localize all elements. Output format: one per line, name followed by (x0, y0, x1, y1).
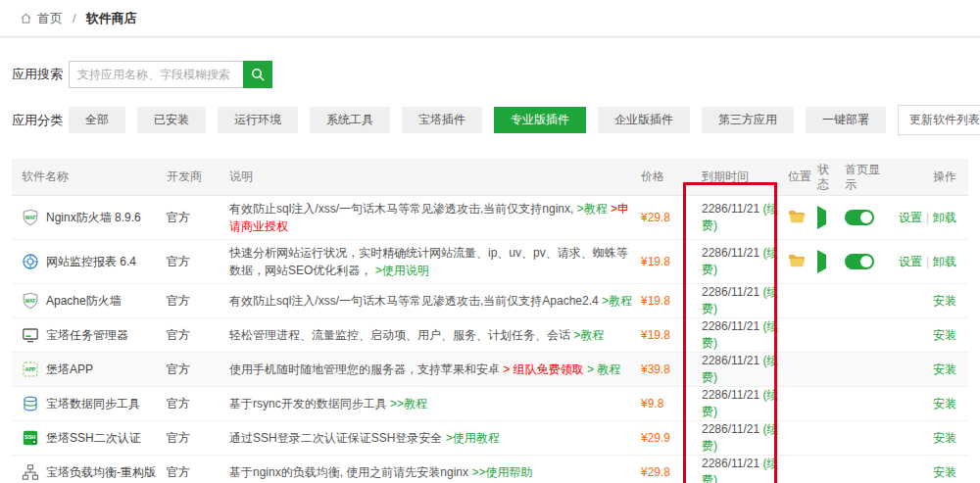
site-monitor-icon (22, 253, 39, 270)
app-category-row: 应用分类 全部已安装运行环境系统工具宝塔插件专业版插件企业版插件第三方应用一键部… (12, 105, 968, 135)
description-link[interactable]: >教程 (577, 202, 611, 216)
description: 有效防止sql注入/xss/一句话木马等常见渗透攻击,当前仅支持nginx, >… (229, 196, 641, 239)
expiry-date: 2286/11/21 (702, 285, 763, 299)
table-row: 网站监控报表 6.4官方快速分析网站运行状况，实时精确统计网站流量、ip、uv、… (12, 240, 968, 284)
table-row: WAFApache防火墙官方有效防止sql注入/xss/一句话木马等常见渗透攻击… (12, 284, 968, 318)
waf-shield-icon: WAF (22, 292, 39, 310)
app-search-row: 应用搜索 (12, 61, 968, 88)
description-link[interactable]: >>教程 (390, 397, 427, 411)
category-tab[interactable]: 已安装 (137, 107, 206, 133)
description-text: 基于nginx的负载均衡, 使用之前请先安装nginx (229, 465, 471, 479)
waf-shield-icon: WAF (22, 209, 39, 226)
action-link[interactable]: 设置 (899, 255, 922, 268)
description-link[interactable]: >>使用帮助 (471, 465, 532, 479)
developer: 官方 (167, 362, 229, 378)
action-link[interactable]: 卸载 (933, 211, 956, 224)
developer: 官方 (167, 396, 229, 412)
description-link[interactable]: >使用说明 (375, 264, 429, 277)
breadcrumb-separator: / (73, 11, 76, 25)
svg-text:SSH: SSH (24, 434, 35, 440)
running-status-icon[interactable] (817, 250, 826, 273)
description: 基于nginx的负载均衡, 使用之前请先安装nginx >>使用帮助 (229, 459, 641, 483)
description-text: 有效防止sql注入/xss/一句话木马等常见渗透攻击,当前仅支持Apache2.… (229, 294, 602, 308)
search-icon (251, 68, 265, 81)
software-name: 网站监控报表 6.4 (46, 254, 136, 270)
description: 基于rsync开发的数据同步工具 >>教程 (229, 391, 641, 416)
software-table: 软件名称 开发商 说明 价格 到期时间 位置 状态 首页显示 操作 WAFNgi… (12, 159, 968, 483)
action-link[interactable]: 安装 (933, 362, 956, 376)
action-link[interactable]: 设置 (899, 211, 922, 224)
action-link[interactable]: 安装 (933, 465, 956, 479)
software-name: 宝塔数据同步工具 (46, 396, 140, 412)
running-status-icon[interactable] (817, 206, 826, 229)
description-link[interactable]: >使用教程 (446, 431, 500, 445)
load-balance-icon (22, 463, 39, 481)
action-link[interactable]: 安装 (933, 397, 956, 411)
category-tab[interactable]: 一键部署 (806, 107, 886, 133)
search-button[interactable] (243, 61, 272, 88)
description-link[interactable]: >教程 (573, 328, 604, 342)
expiry-date: 2286/11/21 (702, 319, 763, 333)
description-link[interactable]: >教程 (602, 294, 632, 308)
expiry-date: 2286/11/21 (702, 202, 763, 216)
category-tab[interactable]: 系统工具 (310, 107, 390, 133)
description: 使用手机随时随地管理您的服务器，支持苹果和安卓 > 组队免费领取 > 教程 (229, 357, 641, 382)
category-tab[interactable]: 第三方应用 (702, 107, 794, 133)
expiry-date: 2286/11/21 (702, 422, 763, 436)
description-text: 轻松管理进程、流量监控、启动项、用户、服务、计划任务、会话 (229, 328, 573, 342)
breadcrumb-home-link[interactable]: 首页 (37, 10, 63, 27)
home-display-toggle[interactable] (845, 210, 874, 225)
category-tab[interactable]: 宝塔插件 (402, 107, 482, 133)
table-row: APP堡塔APP官方使用手机随时随地管理您的服务器，支持苹果和安卓 > 组队免费… (12, 353, 968, 387)
header-desc: 说明 (229, 169, 641, 184)
software-name: Nginx防火墙 8.9.6 (46, 210, 141, 226)
price: ¥29.9 (641, 431, 688, 445)
description-link[interactable]: > 教程 (584, 362, 621, 376)
task-manager-icon (22, 326, 39, 344)
description-text: 有效防止sql注入/xss/一句话木马等常见渗透攻击,当前仅支持nginx, (229, 202, 577, 216)
table-header-row: 软件名称 开发商 说明 价格 到期时间 位置 状态 首页显示 操作 (12, 159, 968, 196)
description-link[interactable]: > 组队免费领取 (503, 362, 583, 376)
search-input[interactable] (69, 61, 243, 88)
description: 有效防止sql注入/xss/一句话木马等常见渗透攻击,当前仅支持Apache2.… (229, 288, 641, 314)
header-price: 价格 (641, 169, 688, 184)
description-text: 通过SSH登录二次认证保证SSH登录安全 (229, 431, 446, 445)
action-link[interactable]: 安装 (933, 328, 956, 342)
expiry-date: 2286/11/21 (702, 388, 763, 402)
category-tab[interactable]: 专业版插件 (494, 107, 586, 133)
software-name: 堡塔APP (46, 362, 93, 378)
software-name: 宝塔负载均衡-重构版 (46, 464, 156, 481)
expiry-date: 2286/11/21 (702, 457, 763, 470)
home-icon (20, 12, 32, 24)
svg-text:WAF: WAF (24, 215, 35, 220)
developer: 官方 (167, 254, 229, 270)
table-row: SSH堡塔SSH二次认证官方通过SSH登录二次认证保证SSH登录安全 >使用教程… (12, 421, 968, 456)
table-row: 宝塔负载均衡-重构版官方基于nginx的负载均衡, 使用之前请先安装nginx … (12, 456, 968, 483)
description: 轻松管理进程、流量监控、启动项、用户、服务、计划任务、会话 >教程 (229, 322, 641, 348)
action-link[interactable]: 安装 (933, 294, 956, 308)
svg-text:APP: APP (25, 366, 36, 372)
header-name: 软件名称 (22, 169, 167, 184)
developer: 官方 (167, 327, 229, 344)
app-icon: APP (22, 361, 39, 378)
toggle-knob (860, 256, 872, 267)
developer: 官方 (167, 430, 229, 447)
header-dev: 开发商 (167, 169, 229, 184)
category-label: 应用分类 (12, 112, 69, 129)
folder-icon[interactable] (788, 254, 806, 267)
table-body: WAFNginx防火墙 8.9.6官方有效防止sql注入/xss/一句话木马等常… (12, 196, 968, 483)
description-text: 基于rsync开发的数据同步工具 (229, 397, 390, 411)
expiry-date: 2286/11/21 (702, 246, 763, 260)
toggle-knob (860, 212, 872, 223)
folder-icon[interactable] (788, 210, 806, 223)
action-link[interactable]: 安装 (933, 431, 956, 445)
description: 快速分析网站运行状况，实时精确统计网站流量、ip、uv、pv、请求、蜘蛛等数据，… (229, 240, 641, 283)
action-link[interactable]: 卸载 (933, 255, 956, 268)
update-software-list-button[interactable]: 更新软件列表 (898, 105, 980, 135)
price: ¥29.8 (641, 211, 688, 224)
home-display-toggle[interactable] (845, 254, 874, 269)
category-tab[interactable]: 企业版插件 (598, 107, 690, 133)
category-tab[interactable]: 运行环境 (218, 107, 298, 133)
table-row: 宝塔任务管理器官方轻松管理进程、流量监控、启动项、用户、服务、计划任务、会话 >… (12, 318, 968, 353)
category-tab[interactable]: 全部 (69, 107, 125, 133)
